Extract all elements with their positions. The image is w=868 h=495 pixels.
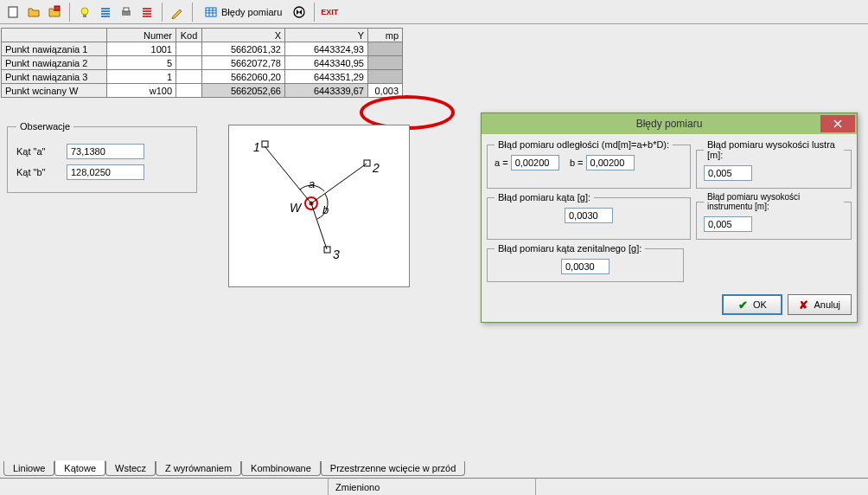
svg-text:2: 2 xyxy=(372,161,380,175)
angle-b-input[interactable] xyxy=(67,164,144,180)
angle-input[interactable] xyxy=(565,208,613,223)
tab-wstecz[interactable]: Wstecz xyxy=(105,461,156,476)
col-mp: mp xyxy=(368,29,403,42)
bulb-icon[interactable] xyxy=(75,3,94,22)
status-bar: Zmieniono xyxy=(0,478,868,495)
status-cell-1 xyxy=(0,479,329,495)
col-x: X xyxy=(202,29,285,42)
tab-katowe[interactable]: Kątowe xyxy=(54,460,105,476)
tab-kombinowane[interactable]: Kombinowane xyxy=(241,461,321,476)
angle-a-input[interactable] xyxy=(67,144,144,159)
svg-rect-5 xyxy=(124,8,129,11)
new-file-icon[interactable] xyxy=(3,3,22,22)
close-icon xyxy=(833,119,842,128)
svg-rect-0 xyxy=(9,7,17,17)
table-row[interactable]: Punkt nawiązania 2 5 5662072,78 6443340,… xyxy=(2,56,403,70)
errors-dialog: Błędy pomiaru Błąd pomiaru odległości (m… xyxy=(481,112,858,323)
col-numer: Numer xyxy=(107,29,176,42)
points-table: Numer Kod X Y mp Punkt nawiązania 1 1001… xyxy=(1,28,403,98)
separator xyxy=(314,3,315,22)
print-icon[interactable] xyxy=(117,3,136,22)
intersection-diagram: 1 2 3 W a b xyxy=(228,125,410,287)
pencil-icon[interactable] xyxy=(168,3,187,22)
observations-legend: Obserwacje xyxy=(16,121,73,132)
svg-text:3: 3 xyxy=(333,248,340,261)
svg-rect-6 xyxy=(206,8,216,16)
tab-z-wyrownaniem[interactable]: Z wyrównaniem xyxy=(156,461,241,476)
table-row[interactable]: Punkt nawiązania 3 1 5662060,20 6443351,… xyxy=(2,70,403,84)
bottom-tabs: Liniowe Kątowe Wstecz Z wyrównaniem Komb… xyxy=(3,459,465,476)
angle-error-group: Błąd pomiaru kąta [g]: xyxy=(487,192,691,240)
cancel-button[interactable]: ✘ Anuluj xyxy=(788,294,852,315)
dist-b-input[interactable] xyxy=(586,155,635,170)
dist-a-input[interactable] xyxy=(511,155,559,170)
svg-rect-1 xyxy=(54,6,60,10)
col-blank xyxy=(2,29,107,42)
table-icon xyxy=(204,5,218,19)
angle-a-label: Kąt "a" xyxy=(16,146,60,157)
cross-icon: ✘ xyxy=(799,299,808,312)
svg-rect-12 xyxy=(324,247,330,253)
save-icon[interactable] xyxy=(45,3,64,22)
svg-text:1: 1 xyxy=(253,140,260,154)
svg-point-2 xyxy=(81,8,88,15)
svg-line-17 xyxy=(265,146,311,203)
instrument-height-error-group: Błąd pomiaru wysokości instrumentu [m]: xyxy=(696,192,852,240)
main-area: Numer Kod X Y mp Punkt nawiązania 1 1001… xyxy=(0,28,868,464)
cancel-label: Anuluj xyxy=(814,299,840,310)
svg-text:a: a xyxy=(309,177,315,190)
distance-error-group: Błąd pomiaru odległości (md[m]=a+b*D): a… xyxy=(487,139,691,189)
zenith-input[interactable] xyxy=(561,259,610,274)
tab-liniowe[interactable]: Liniowe xyxy=(3,461,54,476)
check-icon: ✔ xyxy=(738,299,748,312)
observations-group: Obserwacje Kąt "a" Kąt "b" xyxy=(7,121,197,204)
separator xyxy=(192,3,193,22)
svg-text:W: W xyxy=(290,201,303,215)
dialog-titlebar[interactable]: Błędy pomiaru xyxy=(482,113,857,134)
main-toolbar: Błędy pomiaru EXIT xyxy=(0,0,868,24)
distance-error-legend: Błąd pomiaru odległości (md[m]=a+b*D): xyxy=(495,139,673,150)
ok-button[interactable]: ✔ OK xyxy=(722,294,782,315)
ok-label: OK xyxy=(753,299,767,310)
angle-legend: Błąd pomiaru kąta [g]: xyxy=(495,192,594,202)
dist-a-label: a = xyxy=(495,158,508,168)
instr-input[interactable] xyxy=(704,216,752,232)
dialog-title-text: Błędy pomiaru xyxy=(636,118,703,130)
table-row[interactable]: Punkt nawiązania 1 1001 5662061,32 64433… xyxy=(2,42,403,56)
lines-icon[interactable] xyxy=(96,3,115,22)
dist-b-label: b = xyxy=(570,158,584,168)
bledy-pomiaru-button[interactable]: Błędy pomiaru xyxy=(198,3,288,22)
col-kod: Kod xyxy=(176,29,202,42)
bledy-label: Błędy pomiaru xyxy=(221,7,282,17)
col-y: Y xyxy=(285,29,368,42)
status-text: Zmieniono xyxy=(329,479,536,495)
separator xyxy=(162,3,163,22)
svg-text:b: b xyxy=(322,203,329,216)
exit-button[interactable]: EXIT xyxy=(320,3,339,22)
close-button[interactable] xyxy=(820,115,855,132)
open-folder-icon[interactable] xyxy=(24,3,43,22)
mirror-legend: Błąd pomiaru wysokości lustra [m]: xyxy=(704,139,844,160)
filter-icon[interactable] xyxy=(290,3,309,22)
separator xyxy=(69,3,70,22)
svg-rect-3 xyxy=(83,15,86,17)
svg-line-18 xyxy=(311,164,367,203)
tab-przestrzenne[interactable]: Przestrzenne wcięcie w przód xyxy=(321,461,466,476)
mirror-input[interactable] xyxy=(704,165,752,181)
table-row-result[interactable]: Punkt wcinany W w100 5662052,66 6443339,… xyxy=(2,84,403,98)
instr-legend: Błąd pomiaru wysokości instrumentu [m]: xyxy=(704,192,844,211)
zenith-legend: Błąd pomiaru kąta zenitalnego [g]: xyxy=(495,243,645,254)
zenith-angle-error-group: Błąd pomiaru kąta zenitalnego [g]: xyxy=(487,243,684,282)
angle-b-label: Kąt "b" xyxy=(16,167,60,177)
red-lines-icon[interactable] xyxy=(137,3,156,22)
mirror-height-error-group: Błąd pomiaru wysokości lustra [m]: xyxy=(696,139,852,189)
